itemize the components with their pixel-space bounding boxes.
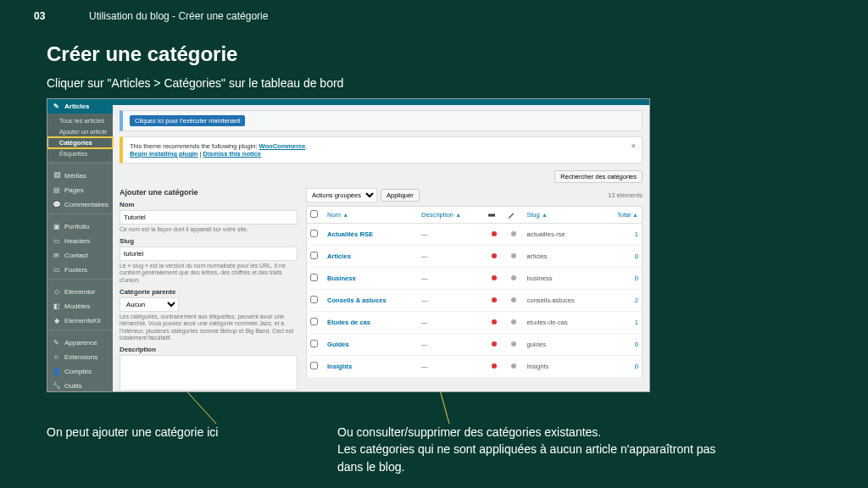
col-edit-indicator[interactable] bbox=[504, 207, 524, 224]
col-name[interactable]: Nom ▲ bbox=[324, 207, 418, 224]
status-dot-red bbox=[492, 341, 497, 347]
category-total-link[interactable]: 1 bbox=[635, 319, 638, 326]
category-description: — bbox=[418, 312, 485, 334]
category-total-link[interactable]: 0 bbox=[635, 341, 638, 348]
category-list: Actions groupées Appliquer 13 éléments N… bbox=[306, 188, 643, 391]
category-total-link[interactable]: 0 bbox=[635, 274, 638, 282]
sidebar-item-articles[interactable]: ✎ Articles bbox=[47, 99, 113, 114]
row-checkbox[interactable] bbox=[310, 252, 318, 259]
sidebar-item-mod-les[interactable]: ◧ Modèles bbox=[47, 299, 113, 313]
pin-icon: ✎ bbox=[53, 103, 60, 110]
slug-label: Slug bbox=[120, 237, 298, 245]
slug-input[interactable] bbox=[120, 247, 298, 261]
parent-select[interactable]: Aucun bbox=[120, 297, 179, 312]
ekit-icon: ◆ bbox=[53, 317, 60, 324]
status-dot-grey bbox=[511, 297, 516, 302]
bulk-actions-select[interactable]: Actions groupées bbox=[306, 188, 377, 202]
dismiss-link[interactable]: Dismiss this notice bbox=[203, 150, 261, 158]
sidebar-item-label: Portfolio bbox=[64, 223, 89, 230]
col-total[interactable]: Total ▲ bbox=[601, 207, 642, 224]
apply-button[interactable]: Appliquer bbox=[381, 189, 420, 202]
table-row: Guides — guides 0 bbox=[307, 334, 643, 356]
sidebar-item-pages[interactable]: ▤ Pages bbox=[47, 183, 113, 197]
caption-left: On peut ajouter une catégorie ici bbox=[47, 424, 301, 441]
category-name-link[interactable]: Études de cas bbox=[327, 319, 370, 326]
status-dot-grey bbox=[511, 231, 516, 236]
brief-icon: ▣ bbox=[53, 223, 60, 230]
sub-add-article[interactable]: Ajouter un article bbox=[47, 126, 113, 137]
row-checkbox[interactable] bbox=[310, 230, 318, 237]
col-lang-indicator[interactable] bbox=[485, 207, 504, 224]
sidebar-item-elementskit[interactable]: ◆ ElementsKit bbox=[47, 313, 113, 328]
submenu-articles: Tous les articles Ajouter un article Cat… bbox=[47, 114, 113, 161]
category-name-link[interactable]: Insights bbox=[327, 363, 352, 370]
row-checkbox[interactable] bbox=[310, 296, 318, 303]
category-total-link[interactable]: 1 bbox=[635, 230, 638, 238]
name-hint: Ce nom est la façon dont il apparait sur… bbox=[120, 226, 298, 234]
notice-text: This theme recommends the following plug… bbox=[130, 142, 259, 150]
row-checkbox[interactable] bbox=[310, 274, 318, 281]
sidebar-item-portfolio[interactable]: ▣ Portfolio bbox=[47, 219, 113, 234]
status-dot-grey bbox=[511, 341, 516, 347]
sub-all-articles[interactable]: Tous les articles bbox=[47, 115, 113, 126]
category-name-link[interactable]: Guides bbox=[327, 341, 349, 348]
run-now-button[interactable]: Cliquez ici pour l'exécuter maintenant bbox=[130, 115, 245, 126]
sidebar-item-headers[interactable]: ▭ Headers bbox=[47, 234, 113, 248]
col-slug[interactable]: Slug ▲ bbox=[524, 207, 602, 224]
category-description: — bbox=[418, 246, 485, 268]
row-checkbox[interactable] bbox=[310, 362, 318, 369]
category-slug: insights bbox=[524, 356, 602, 378]
row-checkbox[interactable] bbox=[310, 318, 318, 325]
close-icon[interactable]: ✕ bbox=[631, 142, 637, 150]
status-dot-red bbox=[492, 275, 497, 280]
sort-icon: ▲ bbox=[632, 212, 638, 218]
screenshot: ✎ Articles Tous les articles Ajouter un … bbox=[47, 98, 650, 392]
sidebar-item-contact[interactable]: ✉ Contact bbox=[47, 248, 113, 263]
description-input[interactable] bbox=[120, 355, 298, 391]
col-description[interactable]: Description ▲ bbox=[418, 207, 485, 224]
sidebar-item-m-dias[interactable]: 🖼 Médias bbox=[47, 169, 113, 183]
page-subtitle: Cliquer sur "Articles > Catégories" sur … bbox=[47, 76, 343, 90]
row-checkbox[interactable] bbox=[310, 340, 318, 347]
category-description: — bbox=[418, 290, 485, 312]
sidebar-item-label: Extensions bbox=[64, 353, 97, 361]
sidebar-item-label: Outils bbox=[64, 382, 81, 390]
status-dot-grey bbox=[511, 253, 516, 258]
begin-install-link[interactable]: Begin installing plugin bbox=[130, 150, 198, 158]
wp-sidebar: ✎ Articles Tous les articles Ajouter un … bbox=[47, 99, 113, 391]
sidebar-item-outils[interactable]: 🔧 Outils bbox=[47, 379, 113, 392]
elem-icon: ◇ bbox=[53, 288, 60, 296]
sidebar-item-extensions[interactable]: ⌗ Extensions bbox=[47, 350, 113, 364]
form-heading: Ajouter une catégorie bbox=[120, 188, 298, 197]
status-dot-red bbox=[492, 253, 497, 258]
notice-theme-reco: This theme recommends the following plug… bbox=[120, 136, 643, 164]
sort-icon: ▲ bbox=[542, 212, 548, 218]
sidebar-item-commentaires[interactable]: 💬 Commentaires bbox=[47, 197, 113, 212]
category-total-link[interactable]: 0 bbox=[635, 252, 638, 260]
category-slug: business bbox=[524, 268, 602, 290]
name-input[interactable] bbox=[120, 210, 298, 225]
category-name-link[interactable]: Conseils & astuces bbox=[327, 297, 387, 304]
category-description: — bbox=[418, 224, 485, 246]
slug-hint: Le « slug » est la version du nom normal… bbox=[120, 263, 298, 285]
category-name-link[interactable]: Actualités RSE bbox=[327, 230, 373, 238]
sidebar-item-label: Headers bbox=[64, 237, 90, 245]
page-title: Créer une catégorie bbox=[47, 42, 237, 66]
sub-tags[interactable]: Étiquettes bbox=[47, 148, 113, 159]
plugin-link[interactable]: WooCommerce bbox=[259, 142, 306, 150]
sidebar-item-apparence[interactable]: ✎ Apparence bbox=[47, 336, 113, 350]
mail-icon: ✉ bbox=[53, 252, 60, 259]
sub-categories[interactable]: Catégories bbox=[47, 137, 113, 148]
sidebar-item-footers[interactable]: ▭ Footers bbox=[47, 263, 113, 277]
category-name-link[interactable]: Business bbox=[327, 274, 356, 282]
search-button[interactable]: Rechercher des catégories bbox=[554, 170, 643, 183]
category-total-link[interactable]: 2 bbox=[635, 297, 638, 304]
category-total-link[interactable]: 0 bbox=[635, 363, 638, 370]
sidebar-item-label: ElementsKit bbox=[64, 317, 101, 324]
sidebar-item-comptes[interactable]: 👤 Comptes bbox=[47, 364, 113, 379]
category-name-link[interactable]: Articles bbox=[327, 252, 351, 260]
select-all-checkbox[interactable] bbox=[310, 210, 318, 218]
sidebar-item-elementor[interactable]: ◇ Elementor bbox=[47, 285, 113, 299]
table-row: Actualités RSE — actualites-rse 1 bbox=[307, 224, 643, 246]
top-accent-bar bbox=[113, 99, 649, 105]
